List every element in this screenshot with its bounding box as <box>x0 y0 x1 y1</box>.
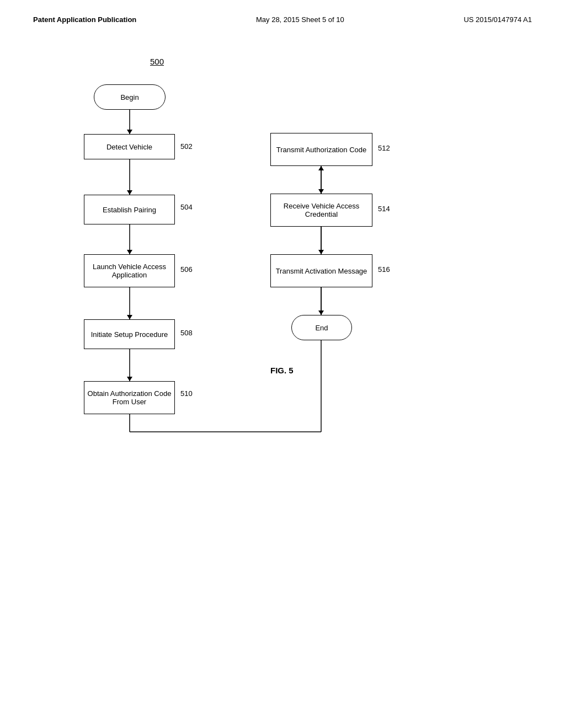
diagram-label-500: 500 <box>150 57 164 66</box>
svg-marker-5 <box>127 250 132 254</box>
svg-marker-1 <box>127 130 132 134</box>
node-transmit-auth: Transmit Authorization Code <box>270 133 372 166</box>
svg-marker-9 <box>127 377 132 381</box>
node-initiate: Initiate Setup Procedure <box>84 319 175 349</box>
fig-label: FIG. 5 <box>270 366 294 375</box>
node-establish: Establish Pairing <box>84 195 175 224</box>
ref-506: 506 <box>180 265 193 274</box>
ref-512: 512 <box>378 144 390 152</box>
ref-504: 504 <box>180 203 193 211</box>
svg-marker-7 <box>127 315 132 319</box>
node-detect: Detect Vehicle <box>84 134 175 159</box>
page-header: Patent Application Publication May 28, 2… <box>0 0 565 24</box>
svg-marker-3 <box>127 190 132 195</box>
node-end: End <box>291 315 352 340</box>
header-date-sheet: May 28, 2015 Sheet 5 of 10 <box>256 15 344 24</box>
ref-514: 514 <box>378 205 390 213</box>
ref-502: 502 <box>180 142 193 151</box>
header-patent-number: US 2015/0147974 A1 <box>463 15 532 24</box>
node-begin: Begin <box>94 84 166 110</box>
header-publication-label: Patent Application Publication <box>33 15 136 24</box>
ref-510: 510 <box>180 389 193 398</box>
node-transmit-act: Transmit Activation Message <box>270 254 372 287</box>
node-obtain: Obtain Authorization Code From User <box>84 381 175 414</box>
ref-508: 508 <box>180 329 193 337</box>
svg-marker-17 <box>318 250 324 254</box>
node-receive: Receive Vehicle Access Credential <box>270 194 372 227</box>
node-launch: Launch Vehicle Access Application <box>84 254 175 287</box>
svg-marker-13 <box>318 166 324 170</box>
svg-marker-19 <box>318 311 324 315</box>
svg-marker-15 <box>318 189 324 194</box>
ref-516: 516 <box>378 265 390 274</box>
